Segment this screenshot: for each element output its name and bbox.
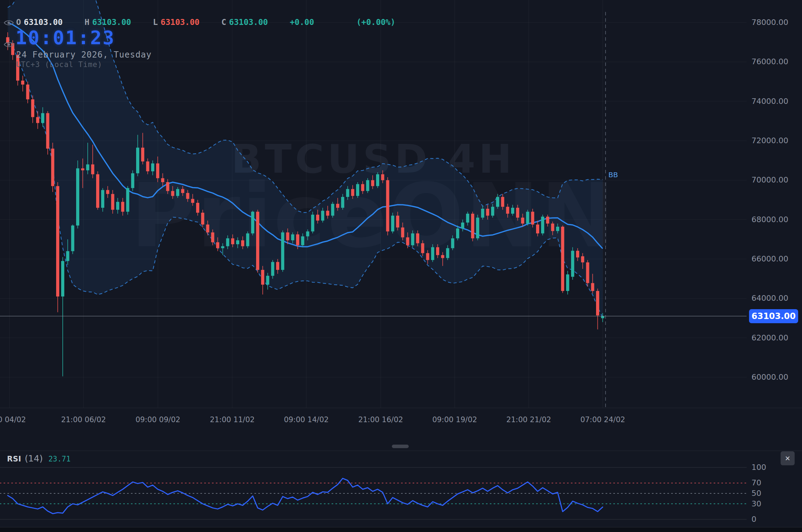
legend-close: C63103.00 [221,18,290,27]
rsi-tick-label: 100 [751,463,766,472]
legend-high: H63103.00 [85,18,153,27]
bottom-edge [0,527,802,532]
ohlc-legend: O63103.00 H63103.00 L63103.00 C63103.00 … [16,18,425,27]
rsi-tick-label: 30 [751,499,761,508]
time-axis-separator [0,408,802,408]
rsi-tick-label: 70 [751,478,761,487]
eye-visibility-icon[interactable] [4,41,14,48]
pane-separator [0,451,802,451]
legend-change: +0.00 [290,18,356,27]
legend-change-percent: (+0.00%) [356,18,425,27]
trading-chart-window: BTCUSD 4H PriceONN O63103.00 H63103.00 L… [0,0,802,532]
bollinger-band-label: BB [608,171,618,179]
time-axis[interactable] [0,409,802,432]
eye-visibility-icon[interactable] [4,19,14,27]
rsi-tick-label: 0 [751,515,756,524]
rsi-pane[interactable] [0,452,747,526]
legend-low: L63103.00 [153,18,221,27]
clock-date: 24 February 2026, Tuesday [16,50,152,60]
clock-display: 10:01:23 [15,27,115,49]
clock-timezone: UTC+3 (Local Time) [16,60,102,69]
close-indicator-button[interactable]: ✕ [781,451,795,465]
legend-open: O63103.00 [16,18,85,27]
rsi-tick-label: 50 [751,489,761,498]
price-axis[interactable] [747,0,802,408]
close-icon: ✕ [785,454,790,462]
pane-resize-handle[interactable] [392,445,409,448]
